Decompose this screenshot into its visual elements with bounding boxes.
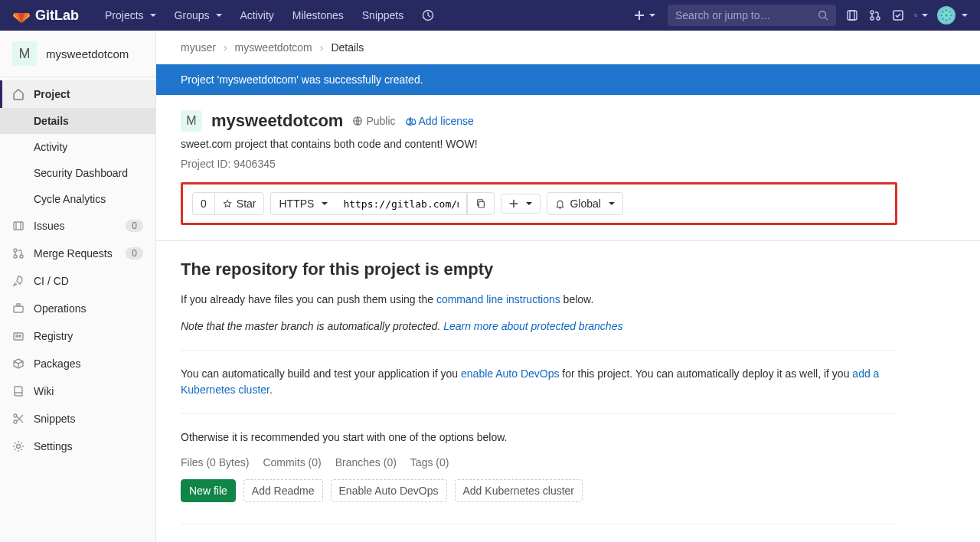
bell-icon — [555, 199, 565, 209]
nav-groups[interactable]: Groups — [167, 5, 230, 26]
nav-dashboard-icon[interactable] — [414, 5, 442, 26]
sidebar-project-name: mysweetdotcom — [46, 47, 129, 60]
svg-point-30 — [17, 445, 21, 449]
copy-url-button[interactable] — [467, 192, 495, 215]
sidebar-item-packages[interactable]: Packages — [0, 350, 155, 377]
gitlab-logo[interactable]: GitLab — [12, 6, 79, 24]
svg-rect-34 — [510, 203, 518, 204]
stat-commits[interactable]: Commits (0) — [263, 456, 321, 469]
svg-point-13 — [946, 19, 948, 21]
star-button[interactable]: Star — [214, 192, 265, 215]
user-menu[interactable] — [937, 6, 968, 24]
new-dropdown[interactable] — [631, 7, 658, 24]
sidebar-item-details[interactable]: Details — [0, 108, 155, 134]
add-readme-button[interactable]: Add Readme — [243, 479, 323, 502]
enable-devops-link[interactable]: enable Auto DevOps — [461, 367, 559, 380]
svg-point-21 — [14, 249, 17, 252]
empty-repo-push-instructions: If you already have files you can push t… — [181, 292, 897, 308]
star-count[interactable]: 0 — [192, 192, 214, 215]
otherwise-note: Otherwise it is recommended you start wi… — [181, 429, 897, 446]
svg-point-6 — [871, 11, 874, 14]
search-input[interactable] — [675, 9, 818, 21]
sidebar-project-header[interactable]: M mysweetdotcom — [0, 31, 155, 77]
svg-rect-32 — [479, 201, 485, 207]
nav-snippets[interactable]: Snippets — [354, 5, 411, 26]
svg-point-8 — [877, 17, 880, 20]
packages-icon — [12, 358, 24, 370]
issues-count-badge: 0 — [126, 220, 143, 232]
svg-point-23 — [20, 255, 23, 258]
nav-projects[interactable]: Projects — [97, 5, 164, 26]
rocket-icon — [12, 275, 24, 287]
add-k8s-button[interactable]: Add Kubernetes cluster — [455, 479, 583, 502]
notifications-dropdown[interactable]: Global — [547, 192, 622, 215]
cli-instructions-link[interactable]: command line instructions — [436, 293, 560, 305]
plus-icon — [634, 10, 645, 21]
svg-rect-4 — [848, 11, 857, 20]
sidebar-item-operations[interactable]: Operations — [0, 295, 155, 322]
new-file-button[interactable]: New file — [181, 479, 236, 502]
star-icon — [223, 199, 232, 208]
svg-rect-26 — [16, 335, 18, 337]
project-description: sweet.com project that contains both cod… — [181, 138, 897, 150]
protected-branch-note: Note that the master branch is automatic… — [181, 318, 897, 335]
sidebar-item-issues[interactable]: Issues 0 — [0, 212, 155, 240]
breadcrumb-user[interactable]: myuser — [181, 41, 216, 54]
search-icon — [818, 10, 828, 21]
svg-point-18 — [942, 18, 944, 20]
protocol-dropdown[interactable]: HTTPS — [270, 192, 335, 215]
sidebar-item-wiki[interactable]: Wiki — [0, 377, 155, 405]
quick-actions: New file Add Readme Enable Auto DevOps A… — [181, 479, 897, 502]
stat-files[interactable]: Files (0 Bytes) — [181, 456, 249, 469]
svg-point-17 — [949, 11, 951, 13]
sidebar-item-cycle[interactable]: Cycle Analytics — [0, 186, 155, 212]
add-license-link[interactable]: Add license — [405, 115, 474, 127]
help-icon[interactable] — [914, 8, 928, 22]
nav-activity[interactable]: Activity — [233, 5, 282, 26]
search-box[interactable] — [668, 5, 836, 26]
todos-icon[interactable] — [891, 8, 905, 22]
sidebar-item-security[interactable]: Security Dashboard — [0, 160, 155, 186]
content-area: myuser › mysweetdotcom › Details Project… — [156, 31, 980, 542]
svg-point-19 — [949, 18, 951, 20]
top-navbar: GitLab Projects Groups Activity Mileston… — [0, 0, 980, 31]
svg-rect-25 — [14, 333, 23, 340]
sidebar-item-project[interactable]: Project — [0, 80, 155, 108]
mrs-count-badge: 0 — [126, 247, 143, 260]
sidebar-item-activity[interactable]: Activity — [0, 134, 155, 160]
enable-devops-button[interactable]: Enable Auto DevOps — [331, 479, 447, 502]
svg-rect-5 — [850, 11, 854, 20]
breadcrumb-current: Details — [331, 41, 364, 54]
issues-shortcut-icon[interactable] — [845, 8, 859, 22]
clone-url-input[interactable] — [335, 192, 467, 215]
stat-branches[interactable]: Branches (0) — [335, 456, 397, 469]
add-dropdown[interactable] — [501, 194, 541, 214]
svg-rect-20 — [14, 222, 23, 230]
svg-point-29 — [14, 420, 17, 423]
protected-branches-link[interactable]: Learn more about protected branches — [443, 320, 622, 332]
project-avatar: M — [12, 41, 37, 66]
scissors-icon — [12, 413, 24, 425]
globe-icon — [352, 116, 363, 126]
merge-icon — [12, 247, 24, 260]
project-avatar-header: M — [181, 110, 202, 132]
nav-milestones[interactable]: Milestones — [285, 5, 351, 26]
home-icon — [12, 88, 24, 100]
sidebar-item-registry[interactable]: Registry — [0, 322, 155, 350]
sidebar-item-cicd[interactable]: CI / CD — [0, 267, 155, 295]
auto-devops-note: You can automatically build and test you… — [181, 366, 897, 398]
issues-icon — [12, 220, 24, 232]
sidebar-item-settings[interactable]: Settings — [0, 433, 155, 460]
sidebar: M mysweetdotcom Project Details Activity… — [0, 31, 156, 542]
breadcrumb: myuser › mysweetdotcom › Details — [156, 31, 980, 64]
svg-point-15 — [950, 15, 952, 17]
merge-requests-shortcut-icon[interactable] — [868, 8, 882, 22]
registry-icon — [12, 330, 24, 342]
book-icon — [12, 385, 24, 397]
clone-toolbar: 0 Star HTTPS — [181, 182, 897, 225]
sidebar-item-snippets[interactable]: Snippets — [0, 405, 155, 433]
stat-tags[interactable]: Tags (0) — [410, 456, 449, 469]
breadcrumb-project[interactable]: mysweetdotcom — [235, 41, 312, 54]
svg-point-16 — [942, 11, 944, 13]
sidebar-item-merge-requests[interactable]: Merge Requests 0 — [0, 240, 155, 267]
